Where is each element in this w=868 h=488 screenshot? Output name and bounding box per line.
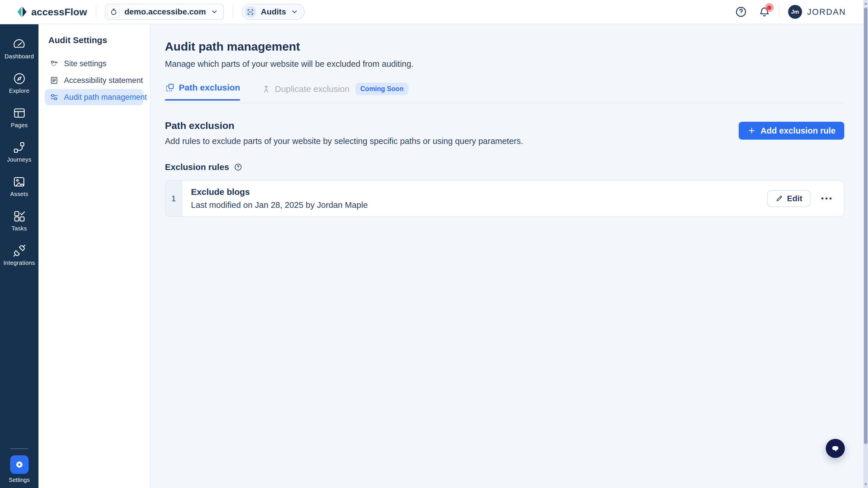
sidebar-item-dashboard[interactable]: Dashboard <box>5 38 34 60</box>
header-divider <box>779 5 779 18</box>
speech-bubble-icon <box>830 443 841 454</box>
sidebar-item-assets[interactable]: Assets <box>10 175 28 197</box>
path-exclusion-icon <box>165 83 175 93</box>
pencil-icon <box>775 195 783 202</box>
sidebar-item-integrations[interactable]: Integrations <box>3 244 35 266</box>
subnav-item-audit-path-management[interactable]: Audit path management <box>45 89 144 105</box>
rule-index: 1 <box>165 181 182 216</box>
merge-arrow-icon <box>261 85 271 94</box>
chevron-down-icon <box>291 8 298 15</box>
site-selector-dropdown[interactable]: demo.accessibe.com <box>105 4 224 20</box>
subnav-title: Audit Settings <box>48 35 144 45</box>
rule-details: Exclude blogs Last modified on Jan 28, 2… <box>182 181 767 216</box>
sidebar-settings-group: Settings <box>0 448 38 483</box>
info-tooltip-button[interactable] <box>234 163 243 171</box>
brand-name: accessFlow <box>31 6 87 18</box>
gear-icon <box>14 460 24 469</box>
rule-actions: Edit <box>767 181 844 216</box>
page-subtitle: Manage which parts of your website will … <box>165 59 844 69</box>
audit-scan-icon <box>245 6 256 18</box>
rule-name: Exclude blogs <box>191 187 767 197</box>
audits-selector-dropdown[interactable]: Audits <box>242 4 305 20</box>
brand-logo: accessFlow <box>16 6 87 18</box>
sliders-icon <box>50 93 59 102</box>
document-icon <box>50 76 59 85</box>
audits-selector-value: Audits <box>261 7 286 17</box>
key-icon <box>50 59 59 68</box>
plug-icon <box>13 244 26 257</box>
primary-sidebar: Dashboard Explore Pages Journeys <box>0 24 38 488</box>
image-icon <box>12 175 26 189</box>
tab-duplicate-exclusion[interactable]: Duplicate exclusion Coming Soon <box>261 83 408 103</box>
site-selector-value: demo.accessibe.com <box>124 7 206 17</box>
sidebar-item-journeys[interactable]: Journeys <box>7 141 31 163</box>
main-content: Audit path management Manage which parts… <box>151 24 863 488</box>
notification-badge <box>765 3 774 12</box>
exclusion-rules-title: Exclusion rules <box>165 162 229 172</box>
chat-widget-button[interactable] <box>826 439 845 458</box>
sidebar-item-explore[interactable]: Explore <box>9 72 30 94</box>
help-icon <box>735 6 747 18</box>
sidebar-settings-label: Settings <box>9 477 30 483</box>
rule-meta: Last modified on Jan 28, 2025 by Jordan … <box>191 200 767 210</box>
compass-icon <box>13 72 26 85</box>
tasks-check-icon <box>13 209 26 223</box>
page-title: Audit path management <box>165 40 844 54</box>
user-menu[interactable]: Jm JORDAN <box>788 5 846 19</box>
plus-icon <box>747 126 756 135</box>
sidebar-divider <box>10 448 28 449</box>
scrollbar-up-arrow[interactable] <box>864 2 867 5</box>
coming-soon-badge: Coming Soon <box>355 83 408 95</box>
header-divider <box>96 5 96 18</box>
sidebar-item-tasks[interactable]: Tasks <box>11 209 27 232</box>
dashboard-gauge-icon <box>12 38 26 51</box>
edit-rule-button[interactable]: Edit <box>767 190 810 207</box>
user-name: JORDAN <box>807 7 846 17</box>
top-header: accessFlow demo.accessibe.com <box>0 0 868 24</box>
subnav-item-site-settings[interactable]: Site settings <box>45 56 144 72</box>
info-question-icon <box>234 163 243 171</box>
page-scrollbar[interactable] <box>863 0 868 488</box>
scrollbar-thumb[interactable] <box>864 7 867 444</box>
sidebar-item-settings[interactable] <box>10 455 29 474</box>
brand-diamond-icon <box>16 6 28 18</box>
subnav-item-accessibility-statement[interactable]: Accessibility statement <box>45 72 144 89</box>
header-divider <box>232 5 233 18</box>
exclusion-rules-header: Exclusion rules <box>165 162 844 172</box>
path-exclusion-section-header: Path exclusion Add rules to exclude part… <box>165 120 844 146</box>
section-title: Path exclusion <box>165 120 523 131</box>
tab-path-exclusion[interactable]: Path exclusion <box>165 83 240 100</box>
avatar: Jm <box>788 5 802 19</box>
browser-layout-icon <box>13 106 26 120</box>
settings-subnav: Audit Settings Site settings Accessibili… <box>38 24 151 488</box>
notifications-button[interactable] <box>758 6 770 18</box>
scrollbar-down-arrow[interactable] <box>864 483 867 486</box>
more-options-button[interactable] <box>819 195 834 202</box>
section-description: Add rules to exclude parts of your websi… <box>165 136 523 146</box>
help-button[interactable] <box>735 6 747 18</box>
tab-bar: Path exclusion Duplicate exclusion Comin… <box>165 83 844 103</box>
chevron-down-icon <box>211 8 218 15</box>
sidebar-item-pages[interactable]: Pages <box>11 106 28 129</box>
add-exclusion-rule-button[interactable]: Add exclusion rule <box>739 122 844 140</box>
route-icon <box>12 141 26 154</box>
exclusion-rule-row: 1 Exclude blogs Last modified on Jan 28,… <box>165 180 844 217</box>
site-favicon-icon <box>107 6 120 18</box>
